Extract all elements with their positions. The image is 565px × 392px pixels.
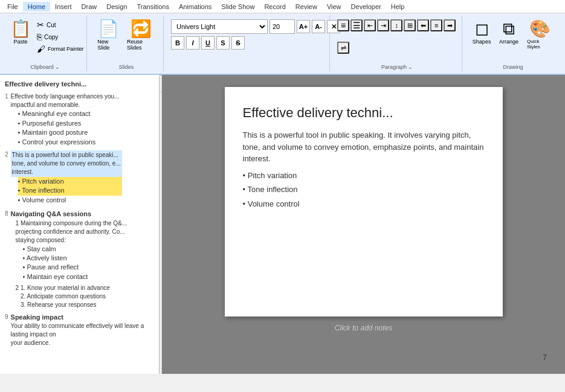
menu-item-file[interactable]: File (2, 2, 23, 11)
slide-outline: Effective delivery techni... 1 Effective… (5, 80, 157, 347)
font-shrink-button[interactable]: A- (312, 20, 325, 33)
section-8-num: 8 (5, 210, 8, 309)
bullets-button[interactable]: ≡ (337, 19, 349, 31)
clipboard-label-row: Clipboard ⌄ (8, 63, 82, 70)
clipboard-label: Clipboard (30, 64, 54, 70)
ribbon: 📋 Paste ✂ Cut ⎘ Copy 🖌 Format Painter C (0, 13, 565, 75)
section-9-num: 9 (5, 313, 8, 347)
new-slide-icon: 📄 (98, 21, 119, 37)
menu-item-home[interactable]: Home (23, 2, 50, 11)
font-controls: Univers Light A+ A- ✕ B I U S S (171, 18, 324, 70)
section-1-content: Effective body language enhances you...i… (11, 92, 120, 147)
font-grow-button[interactable]: A+ (297, 20, 310, 33)
paragraph-label: Paragraph (381, 64, 407, 70)
shadow-button[interactable]: S (216, 36, 230, 50)
section-2-bullet-1: • Pitch variation (18, 177, 122, 186)
menu-item-record[interactable]: Record (259, 2, 290, 11)
menu-bar: (function() { const data = JSON.parse(do… (0, 0, 565, 13)
arrange-label: Arrange (499, 39, 518, 45)
section-1-num: 1 (5, 92, 8, 147)
format-painter-button[interactable]: 🖌 Format Painter (34, 43, 86, 54)
section-1-bullet-4: • Control your expressions (18, 138, 120, 147)
bold-button[interactable]: B (171, 36, 184, 50)
copy-label: Copy (44, 34, 58, 40)
menu-item-insert[interactable]: Insert (50, 2, 77, 11)
reuse-slides-button[interactable]: 🔁 Reuse Slides (124, 19, 158, 52)
paragraph-controls: ≡ ☰ ⇤ ⇥ ↕ ⊞ ⬅ ≡ ➡ ⇌ (337, 18, 457, 63)
align-right-button[interactable]: ➡ (444, 19, 456, 31)
menu-item-help[interactable]: Help (386, 2, 410, 11)
section-2-bullet-2: • Tone inflection (18, 186, 122, 195)
section-8-bullet-3: • Pause and reflect (23, 263, 128, 272)
outline-title: Effective delivery techni... (5, 80, 157, 89)
section-8-sub: 1 Maintaining composure during the Q&...… (16, 219, 128, 245)
new-slide-button[interactable]: 📄 New Slide (94, 19, 122, 52)
section-9-row: 9 Speaking impact Your ability to commun… (5, 313, 157, 347)
section-9-text: Your ability to communicate effectively … (11, 322, 157, 347)
arrange-button[interactable]: ⧉ Arrange (496, 19, 521, 46)
slide-notes[interactable]: Click to add notes (335, 324, 392, 332)
section-9-content: Speaking impact Your ability to communic… (11, 313, 157, 347)
shapes-button[interactable]: ◻ Shapes (470, 19, 494, 46)
paste-label: Paste (13, 39, 27, 45)
quick-styles-icon: 🎨 (529, 21, 550, 37)
underline-button[interactable]: U (201, 36, 215, 50)
section-1-text: Effective body language enhances you...i… (11, 92, 120, 109)
slide-body-text: This is a powerful tool in public speaki… (243, 129, 485, 165)
reuse-slides-label: Reuse Slides (127, 39, 155, 51)
drawing-controls: ◻ Shapes ⧉ Arrange 🎨 Quick Styles (470, 18, 557, 63)
font-format-row: B I U S S (171, 36, 245, 50)
slides-buttons: 📄 New Slide 🔁 Reuse Slides (94, 18, 158, 63)
menu-item-transitions[interactable]: Transitions (132, 2, 174, 11)
slide-bullet-1: Pitch variation (243, 170, 485, 182)
format-painter-icon: 🖌 (37, 44, 45, 54)
decrease-indent-button[interactable]: ⇤ (364, 19, 376, 31)
section-2-num: 2 (5, 150, 8, 205)
numbering-button[interactable]: ☰ (350, 19, 363, 31)
columns-button[interactable]: ⊞ (404, 19, 416, 31)
slides-label: Slides (119, 64, 134, 70)
font-toolbar-group: Univers Light A+ A- ✕ B I U S S (166, 16, 330, 71)
paragraph-expand-icon[interactable]: ⌄ (408, 64, 413, 70)
section-8-content: Navigating Q&A sessions 1 Maintaining co… (11, 210, 128, 309)
cut-button[interactable]: ✂ Cut (34, 19, 86, 30)
quick-styles-button[interactable]: 🎨 Quick Styles (524, 19, 557, 51)
section-2-row: 2 This is a powerful tool in public spea… (5, 150, 157, 205)
section-1-row: 1 Effective body language enhances you..… (5, 92, 157, 147)
menu-item-developer[interactable]: Developer (346, 2, 386, 11)
paste-button[interactable]: 📋 Paste (8, 19, 33, 46)
slide-canvas[interactable]: Effective delivery techni... This is a p… (225, 87, 503, 316)
menu-item-design[interactable]: Design (102, 2, 132, 11)
shapes-label: Shapes (473, 39, 491, 45)
font-size-input[interactable] (270, 19, 295, 34)
new-slide-label: New Slide (97, 39, 119, 51)
justify-button[interactable]: ⇌ (337, 42, 349, 54)
slide-preview-area: Effective delivery techni... This is a p… (162, 75, 565, 374)
ribbon-slides-group: 📄 New Slide 🔁 Reuse Slides Slides (89, 16, 164, 71)
section-8-row: 8 Navigating Q&A sessions 1 Maintaining … (5, 210, 157, 309)
shapes-icon: ◻ (475, 21, 489, 37)
italic-button[interactable]: I (186, 36, 199, 50)
menu-item-review[interactable]: Review (291, 2, 322, 11)
copy-icon: ⎘ (37, 32, 42, 42)
section-9-heading: Speaking impact (11, 313, 157, 322)
menu-item-animations[interactable]: Animations (174, 2, 216, 11)
slides-label-row: Slides (94, 63, 158, 70)
menu-item-draw[interactable]: Draw (77, 2, 102, 11)
section-8-sub2: 2 1. Know your material in advance 2. An… (16, 284, 128, 309)
copy-button[interactable]: ⎘ Copy (34, 31, 86, 42)
increase-indent-button[interactable]: ⇥ (377, 19, 389, 31)
section-2-bullet-3: • Volume control (18, 196, 122, 205)
strikethrough-button[interactable]: S (231, 36, 245, 50)
sub-num-1: 1 (16, 220, 19, 227)
section-8-bullet-1: • Stay calm (23, 245, 128, 254)
clipboard-expand-icon[interactable]: ⌄ (55, 64, 60, 70)
font-name-row: Univers Light A+ A- ✕ (171, 19, 340, 34)
align-left-button[interactable]: ⬅ (417, 19, 429, 31)
menu-item-slide-show[interactable]: Slide Show (216, 2, 259, 11)
font-name-selector[interactable]: Univers Light (171, 19, 268, 34)
menu-item-view[interactable]: View (322, 2, 346, 11)
align-center-button[interactable]: ≡ (430, 19, 442, 31)
section-8-bullet-2: • Actively listen (23, 254, 128, 263)
line-spacing-button[interactable]: ↕ (390, 19, 402, 31)
